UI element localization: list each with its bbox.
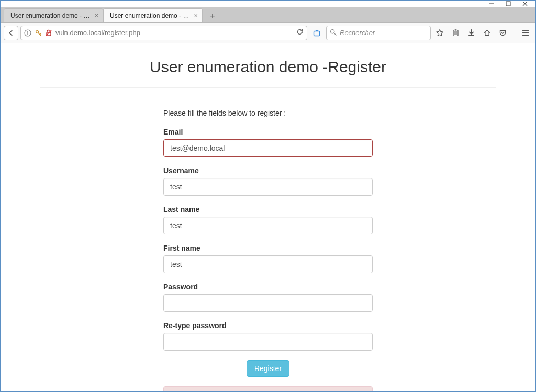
divider <box>40 87 496 88</box>
register-button[interactable]: Register <box>247 360 289 377</box>
search-icon <box>330 29 337 37</box>
username-label: Username <box>163 166 373 175</box>
url-text: vuln.demo.local/register.php <box>55 29 293 37</box>
error-alert: Email address already exists. <box>163 386 373 391</box>
security-warning-icon[interactable] <box>45 29 52 37</box>
key-icon[interactable] <box>35 29 42 37</box>
window-titlebar <box>1 1 535 7</box>
svg-rect-1 <box>506 2 510 6</box>
page-content: User enumeration demo -Register Please f… <box>1 43 535 391</box>
firstname-label: First name <box>163 244 373 252</box>
pocket-icon[interactable] <box>496 26 509 40</box>
tab-reset[interactable]: User enumeration demo - Reset × <box>4 8 103 22</box>
svg-line-9 <box>40 33 41 35</box>
close-window-button[interactable] <box>517 1 533 7</box>
page-title: User enumeration demo -Register <box>150 58 386 76</box>
password-label: Password <box>163 283 373 291</box>
tab-register[interactable]: User enumeration demo - Regist × <box>103 8 203 22</box>
tab-title: User enumeration demo - Regist <box>110 12 191 19</box>
email-label: Email <box>163 128 373 136</box>
clipboard-icon[interactable] <box>449 26 462 40</box>
form-intro: Please fill the fields below to register… <box>163 109 373 117</box>
svg-rect-12 <box>314 31 320 36</box>
svg-rect-17 <box>454 29 456 30</box>
search-bar[interactable]: Rechercher <box>326 26 431 40</box>
svg-rect-6 <box>27 32 28 35</box>
form-group-username: Username <box>163 166 373 196</box>
identity-info-icon[interactable] <box>24 29 31 37</box>
new-tab-button[interactable]: + <box>206 10 219 22</box>
svg-line-15 <box>334 33 336 35</box>
lastname-field[interactable] <box>163 217 373 234</box>
username-field[interactable] <box>163 178 373 196</box>
reload-icon[interactable] <box>296 28 304 37</box>
svg-point-5 <box>27 31 28 32</box>
lastname-label: Last name <box>163 205 373 214</box>
svg-rect-13 <box>316 30 318 31</box>
submit-row: Register <box>163 360 373 377</box>
maximize-button[interactable] <box>500 1 517 7</box>
password-field[interactable] <box>163 294 373 312</box>
url-bar[interactable]: vuln.demo.local/register.php <box>20 26 307 40</box>
email-field[interactable] <box>163 139 373 157</box>
home-icon[interactable] <box>480 26 494 40</box>
hamburger-menu-icon[interactable] <box>519 26 532 40</box>
browser-window: User enumeration demo - Reset × User enu… <box>0 0 536 392</box>
downloads-icon[interactable] <box>464 26 478 40</box>
register-form: Please fill the fields below to register… <box>163 109 373 391</box>
extension-icon[interactable] <box>309 26 324 40</box>
password2-field[interactable] <box>163 333 373 351</box>
form-group-password: Password <box>163 283 373 312</box>
password2-label: Re-type password <box>163 321 373 330</box>
form-group-email: Email <box>163 128 373 157</box>
bookmark-star-icon[interactable] <box>433 26 446 40</box>
navigation-toolbar: vuln.demo.local/register.php Rechercher <box>1 23 535 43</box>
tab-close-icon[interactable]: × <box>194 12 198 19</box>
form-group-lastname: Last name <box>163 205 373 234</box>
search-placeholder: Rechercher <box>340 29 375 37</box>
tab-title: User enumeration demo - Reset <box>10 12 91 19</box>
back-button[interactable] <box>4 26 18 40</box>
form-group-firstname: First name <box>163 244 373 273</box>
minimize-button[interactable] <box>483 1 500 7</box>
tab-strip: User enumeration demo - Reset × User enu… <box>1 7 535 23</box>
firstname-field[interactable] <box>163 255 373 273</box>
tab-close-icon[interactable]: × <box>94 12 98 19</box>
form-group-password2: Re-type password <box>163 321 373 351</box>
